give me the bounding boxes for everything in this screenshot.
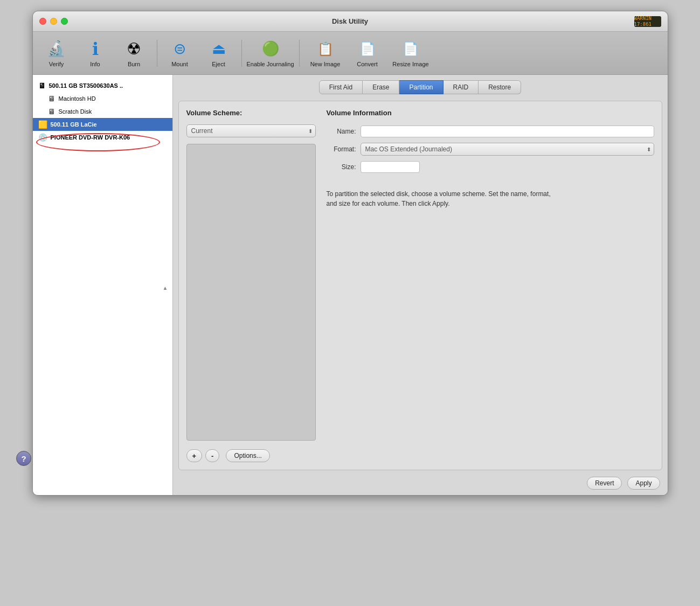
pioneer-icon: 💿 — [38, 133, 47, 142]
tab-erase[interactable]: Erase — [363, 80, 399, 94]
sidebar-item-lacie-label: 500.11 GB LaCie — [51, 121, 97, 128]
format-select[interactable]: Mac OS Extended (Journaled) — [361, 143, 654, 156]
partition-canvas[interactable] — [186, 144, 316, 441]
macintosh-hd-icon: 🖥 — [48, 94, 56, 103]
volume-info-title: Volume Information — [327, 109, 654, 117]
volume-scheme-select[interactable]: Current — [186, 124, 316, 137]
sidebar-scroll-arrow: ▲ — [163, 285, 168, 291]
lacie-icon: 🟨 — [38, 120, 47, 129]
new-image-label: New Image — [310, 61, 341, 67]
toolbar-resize-image[interactable]: 📄 Resize Image — [388, 35, 434, 72]
format-row: Format: Mac OS Extended (Journaled) ⬍ — [327, 143, 654, 156]
size-input[interactable] — [361, 161, 420, 173]
sidebar: 🖥 500.11 GB ST3500630AS .. 🖥 Macintosh H… — [33, 75, 173, 495]
toolbar-new-image[interactable]: 📋 New Image — [304, 35, 347, 72]
resize-image-label: Resize Image — [392, 61, 428, 67]
sidebar-item-macintosh-hd-label: Macintosh HD — [59, 95, 96, 102]
format-select-wrapper: Mac OS Extended (Journaled) ⬍ — [361, 143, 654, 156]
log-display-area: WARNIN 17:861 — [634, 16, 661, 27]
enable-journaling-label: Enable Journaling — [246, 61, 294, 67]
tab-first-aid[interactable]: First Aid — [319, 80, 363, 94]
toolbar: 🔬 Verify ℹ Info ☢ Burn ⊜ Mount ⏏ Eject — [33, 32, 668, 75]
tab-raid[interactable]: RAID — [443, 80, 479, 94]
toolbar-eject[interactable]: ⏏ Eject — [200, 35, 237, 72]
verify-icon: 🔬 — [47, 39, 66, 59]
mount-label: Mount — [171, 61, 188, 67]
help-icon: ? — [21, 454, 26, 463]
format-label: Format: — [327, 145, 356, 153]
tabs-bar: First Aid Erase Partition RAID Restore — [178, 80, 662, 94]
sidebar-item-macintosh-hd[interactable]: 🖥 Macintosh HD — [33, 92, 172, 105]
enable-journaling-icon: 🟢 — [261, 39, 280, 59]
partition-description: To partition the selected disk, choose a… — [327, 189, 553, 208]
window-controls — [39, 18, 68, 25]
eject-label: Eject — [212, 61, 225, 67]
toolbar-separator-1 — [157, 40, 157, 67]
add-partition-button[interactable]: + — [186, 449, 203, 462]
mount-icon: ⊜ — [170, 39, 190, 59]
info-icon: ℹ — [86, 39, 105, 59]
volume-scheme-title: Volume Scheme: — [186, 109, 316, 117]
convert-icon: 📄 — [358, 39, 377, 59]
partition-panel: Volume Scheme: Current ⬍ + - Options... — [178, 101, 662, 470]
disk1-icon: 🖥 — [38, 81, 46, 90]
toolbar-enable-journaling[interactable]: 🟢 Enable Journaling — [246, 35, 295, 72]
log-text: WARNIN 17:861 — [634, 16, 661, 27]
toolbar-mount[interactable]: ⊜ Mount — [162, 35, 198, 72]
options-button[interactable]: Options... — [226, 449, 269, 462]
revert-button[interactable]: Revert — [587, 477, 622, 490]
sidebar-item-lacie[interactable]: 🟨 500.11 GB LaCie — [33, 118, 172, 131]
sidebar-item-disk1[interactable]: 🖥 500.11 GB ST3500630AS .. — [33, 79, 172, 92]
close-button[interactable] — [39, 18, 46, 25]
toolbar-convert[interactable]: 📄 Convert — [349, 35, 386, 72]
help-button[interactable]: ? — [16, 451, 31, 466]
convert-label: Convert — [357, 61, 378, 67]
tab-partition[interactable]: Partition — [399, 80, 443, 94]
size-row: Size: — [327, 161, 654, 173]
scratch-disk-icon: 🖥 — [48, 107, 56, 116]
sidebar-item-pioneer-label: PIONEER DVD-RW DVR-K06 — [51, 134, 130, 141]
sidebar-item-pioneer[interactable]: 💿 PIONEER DVD-RW DVR-K06 — [33, 131, 172, 144]
eject-icon: ⏏ — [209, 39, 228, 59]
name-label: Name: — [327, 128, 356, 135]
burn-icon: ☢ — [124, 39, 144, 59]
name-input[interactable] — [361, 126, 654, 137]
toolbar-verify[interactable]: 🔬 Verify — [38, 35, 75, 72]
name-row: Name: — [327, 126, 654, 137]
right-panel: First Aid Erase Partition RAID Restore — [173, 75, 668, 495]
sidebar-item-scratch-disk[interactable]: 🖥 Scratch Disk — [33, 105, 172, 118]
volume-scheme-section: Volume Scheme: Current ⬍ + - Options... — [186, 109, 316, 462]
apply-button[interactable]: Apply — [627, 477, 660, 490]
minimize-button[interactable] — [50, 18, 57, 25]
size-label: Size: — [327, 163, 356, 171]
resize-image-icon: 📄 — [401, 39, 420, 59]
sidebar-item-disk1-label: 500.11 GB ST3500630AS .. — [49, 82, 123, 89]
partition-add-remove-buttons: + - Options... — [186, 449, 316, 462]
toolbar-separator-3 — [299, 40, 300, 67]
new-image-icon: 📋 — [316, 39, 335, 59]
bottom-actions: Revert Apply — [178, 477, 662, 490]
burn-label: Burn — [128, 61, 140, 67]
main-content: 🖥 500.11 GB ST3500630AS .. 🖥 Macintosh H… — [33, 75, 668, 495]
maximize-button[interactable] — [61, 18, 68, 25]
titlebar: Disk Utility WARNIN 17:861 — [33, 11, 668, 32]
info-label: Info — [90, 61, 100, 67]
toolbar-separator-2 — [241, 40, 242, 67]
remove-partition-button[interactable]: - — [205, 449, 219, 462]
volume-scheme-select-wrapper: Current ⬍ — [186, 124, 316, 137]
tab-restore[interactable]: Restore — [479, 80, 521, 94]
verify-label: Verify — [49, 61, 64, 67]
toolbar-burn[interactable]: ☢ Burn — [116, 35, 153, 72]
window-title: Disk Utility — [332, 17, 368, 25]
sidebar-item-scratch-disk-label: Scratch Disk — [59, 108, 92, 115]
volume-info-section: Volume Information Name: Format: Mac OS … — [327, 109, 654, 462]
toolbar-info[interactable]: ℹ Info — [77, 35, 114, 72]
